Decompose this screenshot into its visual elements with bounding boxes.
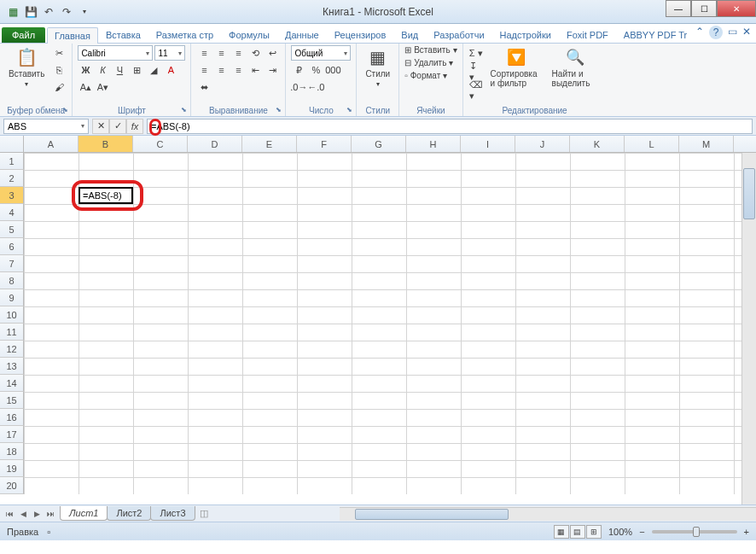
- paste-button[interactable]: 📋 Вставить ▾: [5, 45, 48, 90]
- sheet-last-icon[interactable]: ⏭: [44, 510, 56, 518]
- view-page-break-icon[interactable]: ⊞: [586, 525, 602, 539]
- zoom-level[interactable]: 100%: [608, 527, 632, 537]
- cells-area[interactable]: =ABS(-8): [24, 153, 756, 494]
- align-left-icon[interactable]: ≡: [196, 62, 212, 78]
- col-header-j[interactable]: J: [515, 136, 570, 152]
- row-header-6[interactable]: 6: [0, 238, 24, 255]
- zoom-out-icon[interactable]: −: [639, 527, 644, 537]
- bold-button[interactable]: Ж: [78, 62, 93, 78]
- delete-cells-button[interactable]: ⊟Удалить ▾: [404, 58, 457, 67]
- row-header-2[interactable]: 2: [0, 170, 24, 187]
- qat-dropdown-icon[interactable]: ▾: [77, 4, 92, 20]
- row-header-7[interactable]: 7: [0, 255, 24, 272]
- active-cell-b3[interactable]: =ABS(-8): [79, 187, 133, 204]
- maximize-button[interactable]: ☐: [691, 0, 717, 17]
- col-header-c[interactable]: C: [133, 136, 188, 152]
- col-header-d[interactable]: D: [188, 136, 242, 152]
- underline-button[interactable]: Ч: [112, 62, 127, 78]
- autosum-icon[interactable]: Σ ▾: [468, 45, 484, 61]
- vscroll-thumb[interactable]: [743, 168, 755, 219]
- tab-developer[interactable]: Разработчи: [426, 26, 491, 43]
- row-header-11[interactable]: 11: [0, 324, 24, 341]
- window-restore-icon[interactable]: ▭: [728, 26, 737, 39]
- row-header-18[interactable]: 18: [0, 443, 24, 460]
- cut-icon[interactable]: ✂: [51, 45, 67, 61]
- font-color-button[interactable]: A: [163, 62, 178, 78]
- tab-home[interactable]: Главная: [47, 27, 98, 44]
- vertical-scrollbar[interactable]: [741, 153, 756, 504]
- enter-formula-button[interactable]: ✓: [109, 119, 126, 134]
- help-icon[interactable]: ?: [709, 26, 723, 39]
- sheet-tab-2[interactable]: Лист2: [107, 506, 151, 521]
- clear-icon[interactable]: ⌫ ▾: [468, 83, 484, 98]
- row-header-12[interactable]: 12: [0, 341, 24, 358]
- row-header-5[interactable]: 5: [0, 221, 24, 238]
- tab-foxit[interactable]: Foxit PDF: [559, 26, 616, 43]
- file-tab[interactable]: Файл: [2, 27, 45, 43]
- row-header-20[interactable]: 20: [0, 477, 24, 494]
- zoom-in-icon[interactable]: +: [744, 527, 749, 537]
- col-header-e[interactable]: E: [242, 136, 297, 152]
- row-header-10[interactable]: 10: [0, 306, 24, 324]
- window-close-icon[interactable]: ✕: [742, 26, 751, 39]
- increase-indent-icon[interactable]: ⇥: [265, 62, 280, 78]
- select-all-corner[interactable]: [0, 136, 24, 152]
- view-page-layout-icon[interactable]: ▤: [570, 525, 585, 539]
- italic-button[interactable]: К: [95, 62, 110, 78]
- row-header-13[interactable]: 13: [0, 358, 24, 375]
- col-header-k[interactable]: K: [570, 136, 625, 152]
- comma-icon[interactable]: 000: [325, 62, 340, 78]
- minimize-ribbon-icon[interactable]: ⌃: [695, 26, 704, 39]
- sheet-next-icon[interactable]: ▶: [31, 510, 43, 518]
- copy-icon[interactable]: ⎘: [51, 62, 67, 78]
- new-sheet-icon[interactable]: ◫: [195, 508, 213, 519]
- sort-filter-button[interactable]: 🔽 Сортировка и фильтр: [487, 45, 545, 90]
- sheet-prev-icon[interactable]: ◀: [17, 510, 29, 518]
- styles-button[interactable]: ▦ Стили ▾: [362, 45, 393, 90]
- orientation-icon[interactable]: ⟲: [247, 45, 263, 61]
- minimize-button[interactable]: —: [666, 0, 691, 17]
- number-format-select[interactable]: Общий: [291, 45, 351, 61]
- fill-icon[interactable]: ↧ ▾: [468, 64, 484, 79]
- format-cells-button[interactable]: ▫Формат ▾: [404, 71, 457, 80]
- tab-page-layout[interactable]: Разметка стр: [148, 26, 221, 43]
- zoom-knob[interactable]: [693, 527, 700, 537]
- col-header-a[interactable]: A: [24, 136, 79, 152]
- insert-function-button[interactable]: fx: [126, 119, 143, 134]
- row-header-4[interactable]: 4: [0, 204, 24, 221]
- col-header-l[interactable]: L: [625, 136, 679, 152]
- align-center-icon[interactable]: ≡: [213, 62, 229, 78]
- border-button[interactable]: ⊞: [129, 62, 144, 78]
- col-header-b[interactable]: B: [79, 136, 133, 152]
- horizontal-scrollbar[interactable]: [340, 507, 756, 521]
- view-normal-icon[interactable]: ▦: [554, 525, 569, 539]
- undo-icon[interactable]: ↶: [41, 4, 56, 20]
- cancel-formula-button[interactable]: ✕: [92, 119, 109, 134]
- row-header-3[interactable]: 3: [0, 187, 24, 204]
- row-header-9[interactable]: 9: [0, 289, 24, 306]
- row-header-15[interactable]: 15: [0, 392, 24, 409]
- insert-cells-button[interactable]: ⊞Вставить ▾: [404, 45, 457, 55]
- row-header-19[interactable]: 19: [0, 460, 24, 477]
- shrink-font-icon[interactable]: A▾: [95, 79, 110, 95]
- decrease-decimal-icon[interactable]: ←.0: [308, 79, 323, 95]
- col-header-i[interactable]: I: [461, 136, 515, 152]
- align-top-icon[interactable]: ≡: [196, 45, 212, 61]
- row-header-1[interactable]: 1: [0, 153, 24, 170]
- grow-font-icon[interactable]: A▴: [78, 79, 93, 95]
- decrease-indent-icon[interactable]: ⇤: [247, 62, 263, 78]
- col-header-f[interactable]: F: [297, 136, 352, 152]
- tab-view[interactable]: Вид: [393, 26, 426, 43]
- col-header-h[interactable]: H: [406, 136, 461, 152]
- col-header-m[interactable]: M: [679, 136, 734, 152]
- sheet-first-icon[interactable]: ⏮: [3, 510, 15, 518]
- close-button[interactable]: ✕: [717, 0, 756, 17]
- font-name-select[interactable]: Calibri: [78, 45, 153, 61]
- align-right-icon[interactable]: ≡: [230, 62, 246, 78]
- tab-data[interactable]: Данные: [277, 26, 327, 43]
- tab-abbyy[interactable]: ABBYY PDF Tr: [616, 26, 695, 43]
- align-middle-icon[interactable]: ≡: [213, 45, 229, 61]
- row-header-8[interactable]: 8: [0, 272, 24, 289]
- sheet-tab-3[interactable]: Лист3: [150, 506, 195, 521]
- merge-cells-icon[interactable]: ⬌: [196, 79, 212, 95]
